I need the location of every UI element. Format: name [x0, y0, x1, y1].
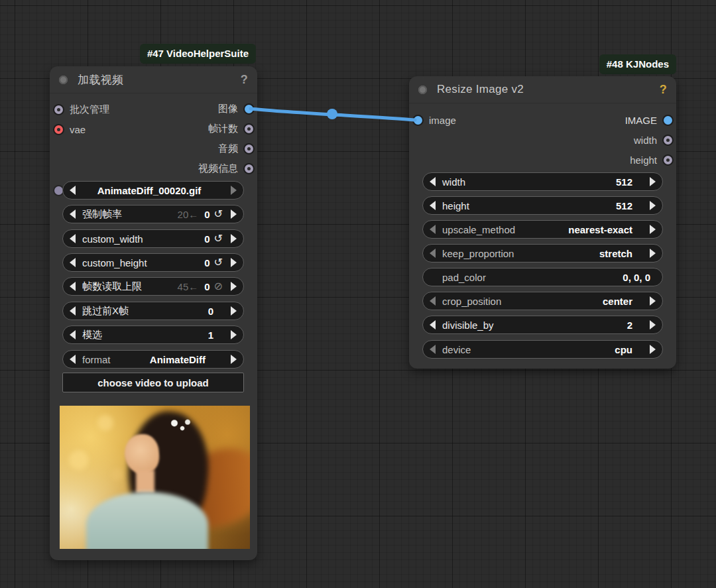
output-dot-icon[interactable] — [245, 105, 253, 113]
widget-value: 0 — [208, 306, 213, 317]
node-48-badge: #48 KJNodes — [599, 54, 676, 74]
widget-crop-position[interactable]: crop_position center — [422, 292, 663, 310]
widget-device[interactable]: device cpu — [422, 340, 663, 359]
output-dot-icon[interactable] — [664, 116, 672, 125]
increment-arrow-icon[interactable] — [231, 306, 237, 316]
widget-pad-color[interactable]: pad_color 0, 0, 0 — [422, 268, 663, 286]
prev-arrow-icon[interactable] — [70, 186, 76, 195]
output-slot-label: IMAGE — [625, 115, 657, 126]
link-midpoint-dot[interactable] — [327, 109, 337, 119]
output-slot-height[interactable]: height — [630, 153, 672, 166]
node-load-video[interactable]: 加载视频 ? 批次管理 vae 图像 帧计数 音频 视频信息 — [50, 66, 257, 560]
increment-arrow-icon[interactable] — [231, 282, 237, 291]
output-slot-image[interactable]: IMAGE — [625, 113, 672, 127]
next-arrow-icon[interactable] — [650, 249, 656, 258]
output-slot-width[interactable]: width — [634, 133, 672, 147]
input-slot-label: image — [429, 115, 456, 126]
widget-video-file-combo[interactable]: AnimateDiff_00020.gif — [62, 181, 244, 200]
choose-video-upload-button[interactable]: choose video to upload — [62, 373, 244, 392]
next-arrow-icon[interactable] — [650, 225, 656, 234]
widget-width[interactable]: width 512 — [422, 172, 663, 191]
widget-upscale-method[interactable]: upscale_method nearest-exact — [422, 220, 663, 239]
collapse-dot-icon[interactable] — [59, 76, 68, 84]
node-resize-titlebar[interactable]: Resize Image v2 ? — [409, 76, 676, 103]
increment-arrow-icon[interactable] — [650, 320, 656, 329]
output-slot-video-info[interactable]: 视频信息 — [198, 162, 253, 175]
next-arrow-icon[interactable] — [231, 186, 237, 195]
input-slot-label: 批次管理 — [70, 103, 109, 116]
input-dot-icon[interactable] — [54, 105, 63, 114]
decrement-arrow-icon[interactable] — [70, 209, 76, 219]
help-icon[interactable]: ? — [241, 73, 248, 87]
input-dot-icon[interactable] — [54, 125, 63, 134]
widget-select-every-nth[interactable]: 模选 1 — [62, 325, 244, 344]
output-dot-icon[interactable] — [245, 125, 253, 133]
widget-label: crop_position — [442, 296, 501, 307]
next-arrow-icon[interactable] — [650, 296, 656, 306]
decrement-arrow-icon[interactable] — [70, 330, 76, 339]
decrement-arrow-icon[interactable] — [70, 234, 76, 243]
reset-icon[interactable]: ↺ — [214, 257, 223, 268]
input-dot-icon[interactable] — [414, 116, 422, 125]
prev-arrow-icon[interactable] — [430, 296, 436, 306]
widget-force-rate[interactable]: 强制帧率 20← 0 ↺ — [62, 205, 244, 223]
prev-arrow-icon[interactable] — [430, 225, 436, 234]
widget-label: 强制帧率 — [82, 208, 122, 221]
increment-arrow-icon[interactable] — [231, 209, 237, 219]
next-arrow-icon[interactable] — [231, 355, 237, 364]
output-slot-audio[interactable]: 音频 — [218, 142, 253, 155]
widget-value: 512 — [616, 200, 632, 211]
widget-custom-width[interactable]: custom_width 0 ↺ — [62, 229, 244, 248]
increment-arrow-icon[interactable] — [231, 258, 237, 267]
decrement-arrow-icon[interactable] — [70, 306, 76, 316]
link-image-wire[interactable] — [251, 109, 415, 120]
help-icon[interactable]: ? — [660, 83, 667, 97]
input-slot-vae[interactable]: vae — [54, 123, 86, 136]
decrement-arrow-icon[interactable] — [70, 282, 76, 291]
reset-icon[interactable]: ↺ — [214, 209, 223, 219]
collapse-dot-icon[interactable] — [418, 86, 427, 94]
decrement-arrow-icon[interactable] — [430, 201, 436, 210]
no-limit-icon[interactable]: ⊘ — [214, 281, 223, 292]
widget-custom-height[interactable]: custom_height 0 ↺ — [62, 253, 244, 272]
widget-label: width — [442, 176, 465, 188]
increment-arrow-icon[interactable] — [650, 177, 656, 186]
node-47-badge: #47 VideoHelperSuite — [140, 44, 256, 64]
prev-arrow-icon[interactable] — [70, 355, 76, 364]
decrement-arrow-icon[interactable] — [430, 320, 436, 329]
widget-height[interactable]: height 512 — [422, 196, 663, 215]
widget-value: AnimateDiff_00020.gif — [76, 185, 223, 196]
widget-label: custom_width — [82, 233, 143, 245]
output-slot-frame-count[interactable]: 帧计数 — [208, 122, 253, 135]
increment-arrow-icon[interactable] — [231, 234, 237, 243]
widget-label: 模选 — [82, 329, 102, 341]
input-slot-image[interactable]: image — [414, 113, 456, 127]
prev-arrow-icon[interactable] — [430, 249, 436, 258]
output-slot-image[interactable]: 图像 — [218, 102, 253, 115]
output-dot-icon[interactable] — [664, 136, 672, 145]
widget-value: 0 — [204, 281, 209, 292]
widget-divisible-by[interactable]: divisible_by 2 — [422, 316, 663, 334]
node-graph-canvas[interactable]: #47 VideoHelperSuite #48 KJNodes 加载视频 ? … — [0, 0, 716, 588]
node-load-video-titlebar[interactable]: 加载视频 ? — [50, 66, 257, 93]
node-resize-image-v2[interactable]: Resize Image v2 ? image IMAGE width heig… — [409, 76, 676, 369]
output-slot-label: height — [630, 154, 657, 166]
output-dot-icon[interactable] — [664, 156, 672, 164]
input-slot-batch[interactable]: 批次管理 — [54, 103, 109, 116]
increment-arrow-icon[interactable] — [650, 201, 656, 210]
widget-frame-load-cap[interactable]: 帧数读取上限 45← 0 ⊘ — [62, 277, 244, 296]
widget-value: 0 — [204, 209, 209, 220]
increment-arrow-icon[interactable] — [231, 330, 237, 339]
output-dot-icon[interactable] — [245, 145, 253, 153]
widget-keep-proportion[interactable]: keep_proportion stretch — [422, 244, 663, 263]
decrement-arrow-icon[interactable] — [70, 258, 76, 267]
next-arrow-icon[interactable] — [650, 345, 656, 354]
reset-icon[interactable]: ↺ — [214, 233, 223, 244]
widget-value: 0 — [204, 257, 209, 268]
widget-skip-first-frames[interactable]: 跳过前X帧 0 — [62, 302, 244, 320]
prev-arrow-icon[interactable] — [430, 345, 436, 354]
input-slot-label: vae — [70, 124, 86, 135]
output-dot-icon[interactable] — [245, 164, 253, 173]
widget-format-combo[interactable]: format AnimateDiff — [62, 350, 244, 369]
decrement-arrow-icon[interactable] — [430, 177, 436, 186]
